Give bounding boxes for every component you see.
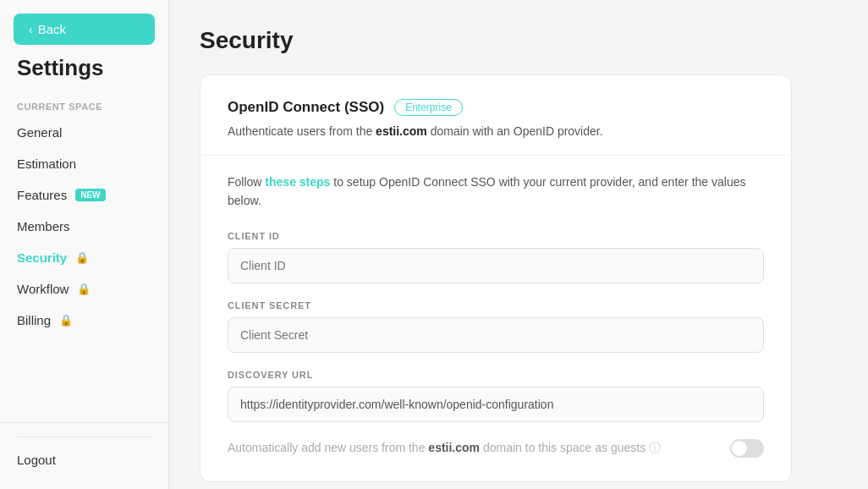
sidebar-item-label: Billing (17, 313, 51, 327)
client-id-input[interactable] (228, 248, 764, 283)
enterprise-badge: Enterprise (394, 99, 463, 116)
sidebar-item-security[interactable]: Security 🔒 (0, 242, 168, 273)
client-secret-field-group: CLIENT SECRET (228, 300, 764, 353)
sidebar-item-label: Estimation (17, 157, 76, 171)
sidebar-item-label: Members (17, 219, 70, 234)
desc-domain: estii.com (376, 124, 427, 138)
card-header: OpenID Connect (SSO) Enterprise (228, 99, 764, 116)
lock-icon: 🔒 (77, 283, 91, 295)
sidebar-item-label: Features (17, 188, 67, 202)
sidebar: ‹ Back Settings CURRENT SPACE General Es… (0, 0, 169, 489)
auto-add-toggle[interactable] (730, 439, 764, 458)
sidebar-bottom: Logout (0, 422, 168, 489)
desc-prefix: Authenticate users from the (228, 124, 376, 138)
sidebar-item-members[interactable]: Members (0, 211, 168, 242)
client-secret-label: CLIENT SECRET (228, 300, 764, 310)
sidebar-item-estimation[interactable]: Estimation (0, 148, 168, 179)
auto-add-row: Automatically add new users from the est… (228, 439, 764, 458)
sidebar-item-label: Logout (17, 453, 56, 467)
card-divider (201, 155, 791, 156)
sidebar-item-label: General (17, 125, 62, 140)
info-icon: ⓘ (649, 441, 661, 454)
lock-icon: 🔒 (75, 251, 89, 264)
follow-link[interactable]: these steps (265, 175, 330, 189)
back-label: Back (38, 22, 66, 36)
follow-text: Follow these steps to setup OpenID Conne… (228, 173, 764, 211)
page-title: Security (200, 27, 838, 54)
chevron-left-icon: ‹ (29, 23, 33, 36)
sso-card: OpenID Connect (SSO) Enterprise Authenti… (200, 74, 792, 482)
desc-suffix: domain with an OpenID provider. (427, 124, 603, 138)
sidebar-item-billing[interactable]: Billing 🔒 (0, 305, 168, 336)
new-badge: NEW (75, 189, 105, 201)
sidebar-item-general[interactable]: General (0, 117, 168, 148)
sidebar-divider (17, 437, 151, 437)
sidebar-nav: General Estimation Features NEW Members … (0, 117, 168, 422)
client-id-field-group: CLIENT ID (228, 231, 764, 283)
main-content: Security OpenID Connect (SSO) Enterprise… (169, 0, 868, 489)
sidebar-item-logout[interactable]: Logout (17, 444, 151, 475)
sidebar-item-workflow[interactable]: Workflow 🔒 (0, 273, 168, 305)
card-title: OpenID Connect (SSO) (228, 99, 384, 116)
auto-add-suffix: domain to this space as guests (480, 441, 646, 454)
sidebar-title: Settings (0, 55, 168, 95)
client-id-label: CLIENT ID (228, 231, 764, 241)
auto-add-prefix: Automatically add new users from the (228, 441, 428, 454)
discovery-url-input[interactable] (228, 387, 764, 422)
auto-add-text: Automatically add new users from the est… (228, 441, 661, 456)
back-button[interactable]: ‹ Back (14, 14, 155, 45)
discovery-url-label: DISCOVERY URL (228, 370, 764, 380)
follow-prefix: Follow (228, 175, 265, 189)
sidebar-item-label: Workflow (17, 282, 69, 296)
sidebar-item-label: Security (17, 250, 67, 265)
lock-icon: 🔒 (59, 314, 73, 327)
sidebar-item-features[interactable]: Features NEW (0, 179, 168, 211)
client-secret-input[interactable] (228, 317, 764, 353)
card-description: Authenticate users from the estii.com do… (228, 124, 764, 138)
auto-add-domain: estii.com (428, 441, 480, 454)
sidebar-section-label: CURRENT SPACE (0, 95, 168, 117)
discovery-url-field-group: DISCOVERY URL (228, 370, 764, 422)
